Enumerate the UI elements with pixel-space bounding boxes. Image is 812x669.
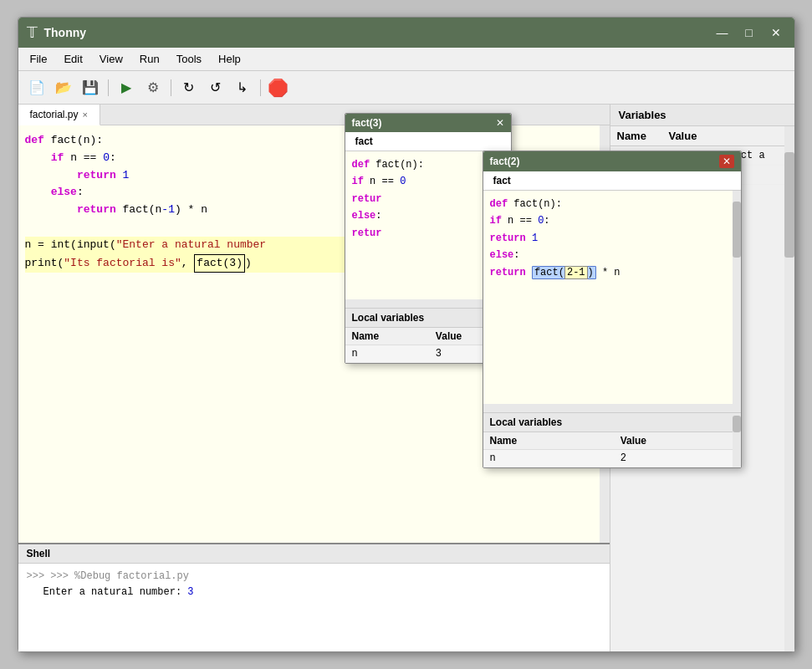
d2-row-n: n 2 — [483, 450, 741, 467]
debug-button[interactable]: ⚙ — [141, 76, 165, 100]
menu-tools[interactable]: Tools — [168, 49, 210, 69]
d2-val-n: 2 — [614, 450, 741, 467]
editor-tab-factorial[interactable]: factorial.py × — [18, 105, 100, 125]
d1-line3: retur — [352, 191, 504, 207]
step-out-button[interactable]: ↳ — [231, 76, 254, 100]
debug-close-fact3[interactable]: ✕ — [496, 117, 504, 129]
menu-bar: File Edit View Run Tools Help — [18, 48, 794, 71]
d1-line1: def fact(n): — [352, 156, 504, 173]
d2-line5: return fact(2-1) * n — [490, 264, 734, 281]
d1-var-n: n — [345, 345, 429, 363]
menu-help[interactable]: Help — [210, 49, 249, 69]
d2-line1: def fact(n): — [490, 196, 734, 212]
d2-col-value: Value — [614, 432, 741, 450]
d2-line4: else: — [490, 247, 734, 263]
step-over-button[interactable]: ↻ — [177, 76, 201, 100]
shell-prompt-symbol: >>> — [27, 570, 51, 582]
app-icon: 𝕋 — [27, 23, 38, 42]
window-controls: — □ ✕ — [712, 23, 786, 43]
new-file-button[interactable]: 📄 — [25, 76, 49, 100]
d2-scrollbar-thumb[interactable] — [733, 202, 741, 257]
title-bar: 𝕋 Thonny — □ ✕ — [18, 18, 794, 48]
save-file-button[interactable]: 💾 — [79, 76, 102, 100]
variables-scrollbar-thumb[interactable] — [784, 152, 794, 258]
d1-col-name: Name — [345, 328, 429, 345]
shell-header: Shell — [18, 544, 610, 564]
debug-window-fact2: fact(2) ✕ fact def fact(n): if n == 0: r… — [483, 151, 742, 468]
variables-col-name: Name — [610, 126, 662, 146]
menu-run[interactable]: Run — [131, 49, 168, 69]
d2-locals-scrollbar-thumb[interactable] — [733, 416, 741, 432]
code-line-1: def fact(n): — [25, 132, 603, 150]
shell-label: Shell — [27, 548, 51, 559]
maximize-button[interactable]: □ — [739, 23, 759, 43]
shell-debug-cmd: >>> %Debug factorial.py — [50, 570, 189, 582]
menu-edit[interactable]: Edit — [55, 49, 90, 69]
d1-hscrollbar[interactable] — [345, 299, 503, 308]
toolbar: 📄 📂 💾 ▶ ⚙ ↻ ↺ ↳ 🛑 — [18, 71, 794, 105]
d2-scrollbar[interactable] — [733, 191, 741, 412]
shell-line-1: >>> >>> %Debug factorial.py — [27, 569, 601, 585]
run-button[interactable]: ▶ — [115, 76, 138, 100]
shell-panel: Shell >>> >>> %Debug factorial.py Enter … — [18, 543, 610, 651]
shell-line-2: Enter a natural number: 3 — [43, 585, 601, 600]
debug-title-bar-fact2: fact(2) ✕ — [483, 151, 741, 171]
toolbar-separator-2 — [171, 79, 171, 96]
close-button[interactable]: ✕ — [766, 23, 786, 43]
toolbar-separator-3 — [260, 79, 261, 96]
d2-line2: if n == 0: — [490, 212, 734, 229]
step-into-button[interactable]: ↺ — [204, 76, 227, 100]
menu-view[interactable]: View — [91, 49, 131, 69]
shell-content[interactable]: >>> >>> %Debug factorial.py Enter a natu… — [18, 564, 610, 605]
d2-hscrollbar[interactable] — [483, 404, 733, 412]
editor-tab-bar: factorial.py × — [18, 105, 610, 125]
stop-button[interactable]: 🛑 — [267, 76, 290, 100]
debug-title-fact2: fact(2) — [490, 156, 520, 167]
minimize-button[interactable]: — — [712, 23, 733, 43]
d2-col-name: Name — [483, 432, 614, 450]
app-title: Thonny — [44, 26, 712, 39]
debug-tab-fact2[interactable]: fact — [483, 171, 741, 191]
shell-input-value: 3 — [187, 586, 193, 598]
tab-close-icon[interactable]: × — [83, 110, 88, 120]
main-content: factorial.py × def fact(n): if n == 0: r… — [18, 105, 794, 651]
debug-code-fact2[interactable]: def fact(n): if n == 0: return 1 else: r… — [483, 191, 741, 412]
d1-line2: if n == 0 — [352, 173, 504, 190]
debug-title-bar-fact3: fact(3) ✕ — [345, 114, 511, 132]
tab-label: factorial.py — [30, 109, 79, 120]
debug-title-fact3: fact(3) — [352, 117, 382, 129]
debug-locals-fact2: Local variables Name Value n 2 — [483, 412, 741, 467]
d2-locals-scrollbar[interactable] — [733, 413, 741, 467]
main-window: 𝕋 Thonny — □ ✕ File Edit View Run Tools … — [18, 17, 795, 652]
debug-tab-fact3[interactable]: fact — [345, 132, 511, 151]
debug-locals-table-fact2: Name Value n 2 — [483, 432, 741, 467]
debug-locals-header-fact2: Local variables — [483, 413, 741, 432]
menu-file[interactable]: File — [22, 49, 56, 69]
variables-scrollbar[interactable] — [784, 126, 794, 651]
d1-line5: retur — [352, 225, 504, 242]
shell-output-text: Enter a natural number: — [43, 586, 188, 598]
debug-close-fact2[interactable]: ✕ — [719, 155, 734, 168]
d2-var-n: n — [483, 450, 614, 467]
d2-line3: return 1 — [490, 230, 734, 247]
open-file-button[interactable]: 📂 — [52, 76, 75, 100]
d1-line4: else: — [352, 207, 504, 224]
variables-header: Variables — [610, 105, 794, 126]
toolbar-separator-1 — [108, 79, 109, 96]
variables-col-value: Value — [661, 126, 794, 146]
